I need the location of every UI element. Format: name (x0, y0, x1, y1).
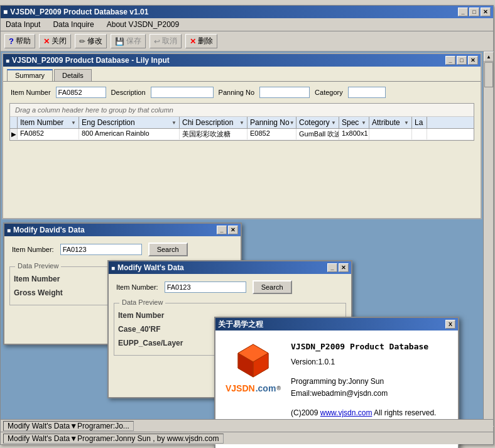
main-title-icon: ■ (3, 8, 8, 16)
category-label: Category (315, 89, 343, 96)
status-segment-2: Modify Walt's Data ▼ Programer:Jo... (3, 421, 134, 431)
walt-search-button[interactable]: Search (253, 280, 292, 294)
cell-category: GumBall 吹波糖 (296, 129, 339, 139)
delete-button[interactable]: ✕ 删除 (185, 34, 217, 48)
status-programer: Programer:Jonny Sun , by www.vjsdn.com (77, 434, 219, 443)
cube-icon (233, 341, 273, 381)
col-panning-no[interactable]: Panning No ▼ (248, 117, 296, 128)
mdi-minimize-button[interactable]: _ (445, 56, 455, 65)
mdi-title-content: ■ VJSDN_P2009 Product Database - Lily In… (6, 56, 170, 65)
trademark-symbol: ® (276, 385, 281, 391)
brand-dot-com: .com (256, 383, 276, 393)
col-spec[interactable]: Spec ▼ (339, 117, 369, 128)
cancel-button[interactable]: ↩ 取消 (150, 34, 182, 48)
close-main-button[interactable]: ✕ (481, 8, 491, 16)
grid-columns: Item Number ▼ Eng Description ▼ Chi Desc… (10, 117, 474, 129)
description-input[interactable] (151, 87, 214, 98)
mdi-win-controls: _ □ ✕ (445, 56, 478, 65)
modify-walt-icon: ■ (111, 265, 115, 271)
modify-david-title: ■ Modify David's Data _ ✕ (4, 224, 241, 236)
main-title-label: VJSDN_P2009 Product Database v1.01 (10, 8, 148, 16)
help-button[interactable]: ? 帮助 (4, 34, 35, 48)
item-number-input[interactable] (56, 87, 106, 98)
about-website-link[interactable]: www.vjsdn.com (320, 408, 373, 417)
col-category[interactable]: Cotegory ▼ (296, 117, 339, 128)
main-win-controls: _ □ ✕ (458, 8, 491, 16)
tab-bar: Summary Details (3, 67, 481, 81)
scroll-up-button[interactable]: ▲ (484, 52, 494, 62)
save-button[interactable]: 💾 保存 (111, 34, 146, 48)
minimize-button[interactable]: _ (458, 8, 468, 16)
category-input[interactable] (348, 87, 386, 98)
status2-modify-walt: Modify Walt's Data (8, 422, 70, 430)
grid-hint: Drag a column header here to group by th… (10, 104, 474, 117)
modify-david-title-content: ■ Modify David's Data (7, 226, 85, 234)
mdi-close-button[interactable]: ✕ (468, 56, 478, 65)
walt-close-button[interactable]: ✕ (339, 263, 349, 272)
about-text-area: VJSDN_P2009 Product Database Version:1.0… (291, 341, 436, 420)
walt-item-input[interactable] (165, 281, 246, 293)
walt-item-label: Item Number: (116, 283, 158, 291)
col-sort-arrow-3: ▼ (290, 120, 295, 126)
table-row[interactable]: ▶ FA0852 800 American Rainblo 美国彩彩吹波糖 E0… (10, 129, 474, 140)
delete-label: 删除 (198, 36, 213, 46)
walt-form-row: Item Number: Search (109, 274, 351, 300)
modify-david-icon: ■ (7, 227, 11, 234)
mdi-title-bar: ■ VJSDN_P2009 Product Database - Lily In… (3, 54, 481, 67)
help-label: 帮助 (16, 36, 31, 46)
main-title-bar: ■ VJSDN_P2009 Product Database v1.01 _ □… (1, 6, 493, 18)
modify-walt-controls: _ ✕ (327, 263, 349, 272)
description-label: Description (111, 89, 146, 96)
brand-area: VJSDN .com ® (226, 383, 281, 393)
toolbar-close-button[interactable]: ✕ 关闭 (39, 34, 71, 48)
david-search-button[interactable]: Search (148, 243, 188, 256)
walt-preview-label: Data Preview (119, 298, 165, 306)
panning-no-input[interactable] (259, 87, 310, 98)
menu-about[interactable]: About VJSDN_P2009 (104, 19, 182, 30)
col-chi-desc[interactable]: Chi Description ▼ (180, 117, 248, 128)
menu-data-inquire[interactable]: Data Inquire (50, 19, 96, 30)
col-sort-arrow-5: ▼ (361, 120, 366, 126)
col-sort-arrow-1: ▼ (171, 120, 177, 126)
save-label: 保存 (126, 36, 141, 46)
vertical-scrollbar[interactable]: ▲ ▼ (483, 52, 493, 436)
about-app-name: VJSDN_P2009 Product Database (291, 341, 436, 354)
cell-spec: 1x800x1 (339, 129, 369, 139)
david-close-button[interactable]: ✕ (228, 226, 238, 234)
mdi-maximize-button[interactable]: □ (457, 56, 467, 65)
col-sort-arrow-6: ▼ (404, 120, 409, 126)
about-controls: X (445, 320, 455, 329)
cancel-icon: ↩ (154, 37, 160, 46)
about-programmer: Programming by:Jonny Sun (291, 376, 436, 388)
toolbar-close-icon: ✕ (43, 37, 50, 46)
about-title-label: 关于易学之程 (218, 319, 263, 330)
david-item-label: Item Number: (12, 246, 54, 253)
tab-details[interactable]: Details (54, 69, 92, 81)
status2-programer: Programer:Jo... (77, 422, 129, 430)
cell-eng-desc: 800 American Rainblo (79, 129, 180, 139)
david-preview-label: Data Preview (15, 262, 61, 270)
tab-summary[interactable]: Summary (7, 69, 53, 81)
delete-icon: ✕ (190, 37, 196, 46)
walt-minimize-button[interactable]: _ (327, 263, 337, 272)
col-attribute[interactable]: Attribute ▼ (369, 117, 412, 128)
col-item-number[interactable]: Item Number ▼ (18, 117, 79, 128)
col-eng-desc[interactable]: Eng Description ▼ (79, 117, 180, 128)
col-la[interactable]: La (412, 117, 427, 128)
cancel-label: 取消 (162, 36, 177, 46)
cell-item-number: FA0852 (18, 129, 79, 139)
menu-data-input[interactable]: Data Input (3, 19, 43, 30)
modify-button[interactable]: ✏ 修改 (75, 34, 107, 48)
close-label: 关闭 (52, 36, 67, 46)
summary-form-row: Item Number Description Panning No Categ… (6, 84, 478, 101)
status-bar: Modify Walt's Data ▼ Programer:Jonny Sun… (1, 432, 493, 444)
david-item-input[interactable] (60, 244, 142, 255)
david-minimize-button[interactable]: _ (217, 226, 227, 234)
modify-walt-title-content: ■ Modify Walt's Data (111, 263, 184, 272)
about-close-button[interactable]: X (445, 320, 455, 329)
main-window: ■ VJSDN_P2009 Product Database v1.01 _ □… (0, 5, 494, 445)
scroll-thumb[interactable] (484, 62, 493, 87)
modify-walt-title: ■ Modify Walt's Data _ ✕ (109, 261, 351, 274)
maximize-button[interactable]: □ (469, 8, 479, 16)
toolbar: ? 帮助 ✕ 关闭 ✏ 修改 💾 保存 ↩ 取消 ✕ 删除 (1, 31, 493, 52)
